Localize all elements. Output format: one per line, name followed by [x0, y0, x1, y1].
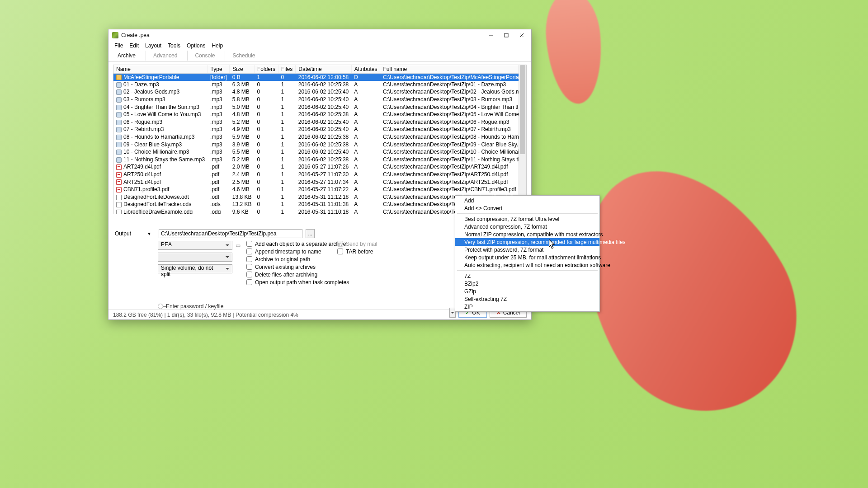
column-attributes[interactable]: Attributes — [351, 65, 380, 74]
option-label-5: Open output path when task completes — [255, 279, 349, 286]
column-name[interactable]: Name — [113, 65, 208, 74]
menu-item[interactable]: Advanced compression, 7Z format — [455, 223, 599, 230]
output-dropdown-icon[interactable]: ▾ — [143, 230, 156, 237]
menu-item[interactable]: Self-extracting 7Z — [455, 295, 599, 303]
menu-item[interactable]: 7Z — [455, 272, 599, 280]
browse-button[interactable]: ... — [306, 229, 315, 238]
menu-tools[interactable]: Tools — [165, 42, 184, 50]
mp3-icon — [116, 112, 122, 117]
status-text: 188.2 GB free (81%) | 1 dir(s), 33 file(… — [113, 312, 298, 318]
menu-help[interactable]: Help — [208, 42, 226, 50]
table-row[interactable]: 05 - Love Will Come to You.mp3.mp34.8 MB… — [113, 111, 527, 118]
output-label: Output — [115, 230, 140, 237]
option-checkbox-4[interactable] — [246, 272, 252, 277]
pdf-icon — [116, 179, 122, 185]
menu-item[interactable]: Add — [455, 197, 599, 204]
tab-schedule[interactable]: Schedule — [225, 51, 261, 61]
key-icon — [158, 304, 163, 309]
mail-options: Send by mail TAR before — [337, 240, 377, 255]
sendmail-checkbox — [337, 241, 343, 247]
table-row[interactable]: 02 - Jealous Gods.mp3.mp34.8 MB012016-06… — [113, 88, 527, 96]
scroll-thumb[interactable] — [520, 65, 525, 155]
option-checkbox-2[interactable] — [246, 256, 252, 262]
tab-archive[interactable]: Archive — [111, 51, 142, 61]
mp3-icon — [116, 142, 122, 147]
column-files[interactable]: Files — [278, 65, 296, 74]
menu-item[interactable]: GZip — [455, 287, 599, 295]
option-label-1: Append timestamp to name — [255, 249, 321, 255]
column-fullname[interactable]: Full name — [380, 65, 527, 74]
column-folders[interactable]: Folders — [254, 65, 278, 74]
titlebar: Create .pea — [108, 29, 531, 41]
option-checkbox-3[interactable] — [246, 264, 252, 270]
table-row[interactable]: ART251.d4l.pdf.pdf2.5 MB012016-05-27 11:… — [113, 178, 527, 186]
table-row[interactable]: 07 - Rebirth.mp3.mp34.9 MB012016-06-02 1… — [113, 126, 527, 133]
menu-item[interactable]: Normal ZIP compression, compatible with … — [455, 230, 599, 238]
menu-layout[interactable]: Layout — [142, 42, 165, 50]
file-list[interactable]: NameTypeSizeFoldersFilesDate/timeAttribu… — [113, 65, 527, 215]
menu-item[interactable]: ZIP — [455, 303, 599, 310]
menu-item[interactable]: Auto extracting, recipient will not need… — [455, 261, 599, 269]
option-checkbox-0[interactable] — [246, 241, 252, 247]
ods-icon — [116, 202, 122, 207]
menu-edit[interactable]: Edit — [126, 42, 142, 50]
table-row[interactable]: 03 - Rumors.mp3.mp35.8 MB012016-06-02 10… — [113, 96, 527, 103]
table-row[interactable]: ART249.d4l.pdf.pdf2.0 MB012016-05-27 11:… — [113, 163, 527, 171]
app-icon — [112, 32, 118, 38]
menu-item[interactable]: Very fast ZIP compression, recommended f… — [455, 238, 599, 246]
close-button[interactable] — [514, 30, 529, 41]
mp3-icon — [116, 127, 122, 132]
table-row[interactable]: 10 - Choice Millionaire.mp3.mp35.5 MB012… — [113, 148, 527, 156]
output-path-input[interactable] — [159, 229, 302, 238]
table-row[interactable]: 11 - Nothing Stays the Same.mp3.mp35.2 M… — [113, 156, 527, 164]
menu-item[interactable]: Keep output under 25 MB, for mail attach… — [455, 253, 599, 261]
tab-advanced[interactable]: Advanced — [146, 51, 184, 61]
menu-separator — [457, 213, 598, 214]
column-datetime[interactable]: Date/time — [296, 65, 351, 74]
mp3-icon — [116, 157, 122, 163]
table-row[interactable]: CBN71.profile3.pdf.pdf4.6 MB012016-05-27… — [113, 186, 527, 193]
menu-item[interactable]: BZip2 — [455, 280, 599, 287]
option-label-0: Add each object to a separate archive — [255, 241, 346, 247]
column-size[interactable]: Size — [230, 65, 255, 74]
window-title: Create .pea — [121, 32, 150, 38]
mp3-icon — [116, 105, 122, 110]
tarbefore-checkbox[interactable] — [337, 249, 343, 254]
menu-item[interactable]: Best compression, 7Z format Ultra level — [455, 215, 599, 223]
menubar: FileEditLayoutToolsOptionsHelp — [108, 41, 531, 50]
preset-context-menu[interactable]: AddAdd <> ConvertBest compression, 7Z fo… — [455, 195, 600, 312]
format-dropdown[interactable]: PEA — [158, 241, 232, 250]
scrollbar[interactable]: ▲ ▼ — [519, 65, 526, 214]
option-label-2: Archive to original path — [255, 256, 310, 263]
option-checkbox-5[interactable] — [246, 279, 252, 285]
table-row[interactable]: 08 - Hounds to Hamartia.mp3.mp35.9 MB012… — [113, 133, 527, 141]
odt-icon — [116, 195, 122, 200]
menu-file[interactable]: File — [111, 42, 126, 50]
svg-rect-1 — [505, 33, 508, 37]
menu-item[interactable]: Add <> Convert — [455, 204, 599, 212]
tarbefore-label: TAR before — [346, 249, 373, 255]
sendmail-label: Send by mail — [346, 241, 377, 247]
mp3-icon — [116, 150, 122, 155]
menu-options[interactable]: Options — [184, 42, 208, 50]
menu-item[interactable]: Protect with password, 7Z format — [455, 246, 599, 253]
table-row[interactable]: 01 - Daze.mp3.mp36.3 MB012016-06-02 10:2… — [113, 81, 527, 89]
format-info-icon[interactable]: ▭ — [236, 242, 241, 249]
pdf-icon — [116, 172, 122, 178]
minimize-button[interactable] — [483, 30, 499, 41]
mp3-icon — [116, 120, 122, 125]
column-type[interactable]: Type — [208, 65, 230, 74]
tab-console[interactable]: Console — [187, 51, 221, 61]
option-label-4: Delete files after archiving — [255, 272, 317, 278]
table-row[interactable]: 06 - Rogue.mp3.mp35.2 MB012016-06-02 10:… — [113, 118, 527, 126]
table-row[interactable]: ART250.d4l.pdf.pdf2.4 MB012016-05-27 11:… — [113, 171, 527, 178]
table-row[interactable]: McAfeeStingerPortable[folder]0 B102016-0… — [113, 73, 527, 81]
compression-dropdown[interactable] — [158, 253, 232, 262]
table-row[interactable]: 09 - Clear Blue Sky.mp3.mp33.9 MB012016-… — [113, 141, 527, 148]
folder-icon — [116, 75, 122, 80]
table-row[interactable]: 04 - Brighter Than the Sun.mp3.mp35.0 MB… — [113, 103, 527, 111]
pdf-icon — [116, 187, 122, 192]
maximize-button[interactable] — [499, 30, 514, 41]
split-dropdown[interactable]: Single volume, do not split — [158, 264, 232, 273]
option-checkbox-1[interactable] — [246, 249, 252, 254]
